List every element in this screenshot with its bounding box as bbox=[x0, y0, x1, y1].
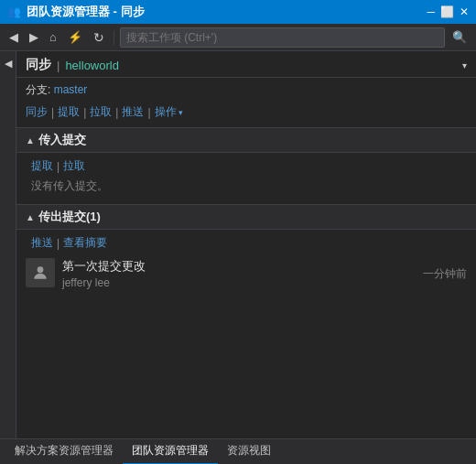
panel: 同步 | helloworld ▾ 分支: master 同步 | 提取 | 拉… bbox=[16, 51, 476, 438]
commit-author: jeffery lee bbox=[62, 276, 416, 289]
outgoing-section-header[interactable]: ▲ 传出提交(1) bbox=[16, 204, 476, 230]
incoming-section-content: 提取 | 拉取 没有传入提交。 bbox=[16, 153, 476, 200]
branch-link[interactable]: master bbox=[54, 83, 88, 96]
home-icon: ⌂ bbox=[49, 30, 57, 44]
left-accent-icon[interactable]: ◀ bbox=[3, 55, 14, 72]
title-bar: 👥 团队资源管理器 - 同步 ─ ⬜ ✕ bbox=[0, 0, 476, 24]
tab-team-explorer[interactable]: 团队资源管理器 bbox=[123, 439, 218, 465]
panel-chevron-icon[interactable]: ▾ bbox=[462, 60, 467, 70]
connect-button[interactable]: ⚡ bbox=[64, 28, 86, 46]
close-icon[interactable]: ✕ bbox=[460, 5, 469, 18]
panel-title-sep: | bbox=[57, 59, 60, 72]
svg-point-0 bbox=[38, 266, 44, 273]
incoming-actions: 提取 | 拉取 bbox=[31, 156, 467, 176]
sync-action[interactable]: 同步 bbox=[26, 104, 48, 120]
commit-time: 一分钟前 bbox=[423, 266, 467, 282]
outgoing-summary-action[interactable]: 查看摘要 bbox=[63, 235, 107, 251]
search-icon: 🔍 bbox=[452, 30, 467, 44]
pull-action[interactable]: 拉取 bbox=[90, 104, 112, 120]
search-input[interactable] bbox=[120, 27, 445, 48]
no-incoming-text: 没有传入提交。 bbox=[31, 176, 467, 197]
dock-icon[interactable]: ⬜ bbox=[440, 5, 454, 18]
tab-resource-view[interactable]: 资源视图 bbox=[218, 439, 280, 465]
refresh-icon: ↻ bbox=[93, 30, 104, 45]
back-button[interactable]: ◀ bbox=[5, 28, 22, 46]
outgoing-title: 传出提交(1) bbox=[38, 209, 101, 225]
push-action[interactable]: 推送 bbox=[122, 104, 144, 120]
outgoing-section-content: 推送 | 查看摘要 bbox=[16, 230, 476, 253]
operations-action[interactable]: 操作 bbox=[155, 104, 177, 120]
commit-avatar bbox=[26, 258, 55, 287]
main-content: ◀ 同步 | helloworld ▾ 分支: master 同步 | bbox=[0, 51, 476, 438]
forward-icon: ▶ bbox=[29, 30, 38, 44]
user-avatar-icon bbox=[31, 264, 49, 282]
tab-solution-explorer[interactable]: 解决方案资源管理器 bbox=[5, 439, 123, 465]
bottom-tabs: 解决方案资源管理器 团队资源管理器 资源视图 bbox=[0, 438, 476, 464]
incoming-section-header[interactable]: ▲ 传入提交 bbox=[16, 127, 476, 153]
panel-title: 同步 bbox=[26, 57, 51, 73]
commit-message: 第一次提交更改 bbox=[62, 258, 416, 275]
home-button[interactable]: ⌂ bbox=[46, 28, 60, 46]
branch-label: 分支: bbox=[26, 83, 50, 96]
actions-row: 同步 | 提取 | 拉取 | 推送 | 操作 ▾ bbox=[16, 103, 476, 125]
title-bar-title: 团队资源管理器 - 同步 bbox=[27, 4, 145, 20]
refresh-button[interactable]: ↻ bbox=[90, 28, 108, 47]
outgoing-collapse-icon: ▲ bbox=[26, 212, 35, 222]
commit-item[interactable]: 第一次提交更改 jeffery lee 一分钟前 bbox=[16, 253, 476, 295]
toolbar-sep bbox=[114, 30, 114, 45]
forward-button[interactable]: ▶ bbox=[26, 28, 42, 46]
plug-icon: ⚡ bbox=[68, 30, 82, 44]
branch-row: 分支: master bbox=[16, 78, 476, 103]
incoming-title: 传入提交 bbox=[38, 132, 86, 148]
outgoing-push-action[interactable]: 推送 bbox=[31, 235, 53, 251]
title-bar-title-group: 👥 团队资源管理器 - 同步 bbox=[7, 4, 145, 20]
incoming-pull-action[interactable]: 拉取 bbox=[63, 158, 85, 174]
fetch-action[interactable]: 提取 bbox=[58, 104, 80, 120]
incoming-collapse-icon: ▲ bbox=[26, 135, 35, 146]
title-bar-controls: ─ ⬜ ✕ bbox=[427, 5, 469, 18]
panel-branch-display: helloworld bbox=[65, 59, 119, 72]
left-accent-bar: ◀ bbox=[0, 51, 16, 438]
commit-details: 第一次提交更改 jeffery lee bbox=[62, 258, 416, 289]
search-button[interactable]: 🔍 bbox=[449, 28, 471, 46]
panel-header: 同步 | helloworld ▾ bbox=[16, 51, 476, 78]
back-icon: ◀ bbox=[9, 30, 18, 44]
panel-title-group: 同步 | helloworld bbox=[26, 57, 119, 73]
toolbar: ◀ ▶ ⌂ ⚡ ↻ 🔍 bbox=[0, 24, 476, 51]
team-explorer-icon: 👥 bbox=[7, 5, 21, 18]
incoming-fetch-action[interactable]: 提取 bbox=[31, 158, 53, 174]
operations-chevron[interactable]: ▾ bbox=[178, 108, 183, 117]
pin-icon[interactable]: ─ bbox=[427, 5, 435, 18]
outgoing-actions: 推送 | 查看摘要 bbox=[31, 233, 467, 253]
